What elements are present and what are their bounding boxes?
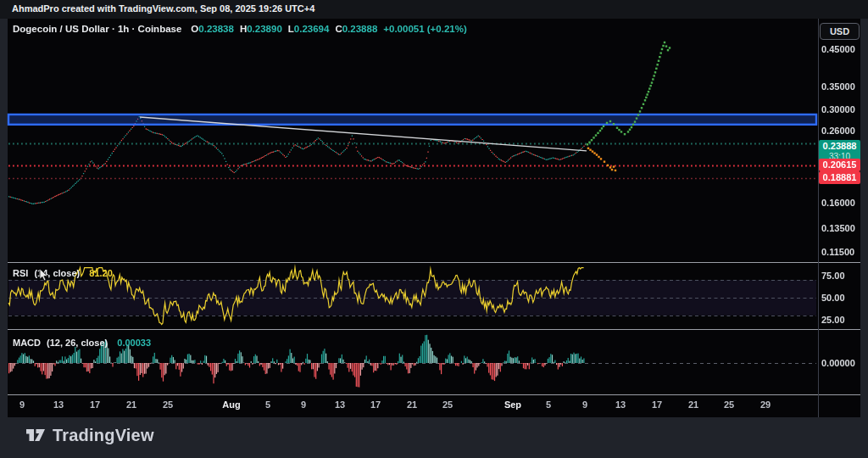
close-value: 0.23888 (342, 24, 378, 34)
open-label: O (191, 24, 198, 34)
axis-label: 0.30000 (821, 104, 855, 114)
close-label: C (335, 24, 342, 34)
axis-label: 75.00 (821, 271, 845, 281)
axis-label: 0.16000 (821, 198, 855, 208)
time-axis-label: 21 (688, 399, 698, 410)
rsi-title[interactable]: RSI (13, 268, 28, 278)
time-axis-label: 13 (53, 399, 64, 410)
macd-params: (12, 26, close) (47, 338, 108, 348)
support-price-badge-2: 0.18881 (819, 171, 860, 184)
support-price-badge-1: 0.20615 (819, 159, 860, 171)
open-value: 0.23838 (198, 24, 234, 34)
symbol-title[interactable]: Dogecoin / US Dollar · 1h · Coinbase (13, 24, 181, 34)
time-axis-label: 21 (126, 399, 136, 410)
current-price-value: 0.23888 (819, 140, 860, 152)
low-label: L (288, 24, 294, 34)
change-value: +0.00051 (+0.21%) (383, 24, 466, 34)
time-axis-label: 5 (546, 399, 551, 410)
watermark-attribution-text: AhmadPro created with TradingView.com, S… (12, 3, 314, 14)
time-axis-label: 13 (335, 399, 345, 410)
time-axis-label: 29 (760, 399, 771, 410)
time-axis-label: 9 (301, 399, 306, 410)
time-axis-label: 13 (615, 399, 626, 410)
time-axis-label: 25 (163, 399, 173, 410)
tradingview-chart-window: AhmadPro created with TradingView.com, S… (0, 0, 868, 458)
axis-label: 0.35000 (821, 81, 855, 92)
rsi-value: 81.20 (89, 268, 113, 278)
time-axis-label: 21 (407, 399, 417, 410)
axis-label: 0.13500 (821, 223, 855, 233)
price-chart-canvas[interactable] (0, 0, 868, 458)
time-axis-label: 25 (442, 399, 453, 410)
time-axis-label: 17 (652, 399, 662, 410)
time-axis-month-label: Aug (222, 399, 240, 410)
low-value: 0.23694 (294, 24, 330, 34)
time-axis-label: 5 (265, 399, 270, 410)
macd-title[interactable]: MACD (13, 338, 41, 348)
time-axis-label: 9 (582, 399, 587, 410)
macd-legend-row[interactable]: MACD (12, 26, close) 0.00033 (13, 338, 151, 348)
axis-label: 50.00 (821, 293, 845, 303)
axis-label: 0.26000 (821, 126, 855, 136)
tradingview-logo[interactable]: TradingView (25, 426, 154, 445)
mouse-cursor-icon (39, 269, 48, 282)
axis-label: 25.00 (821, 315, 845, 325)
currency-usd-button[interactable]: USD (820, 23, 860, 40)
time-axis-label: 9 (19, 399, 25, 410)
high-label: H (240, 24, 247, 34)
window-title-bar: AhmadPro created with TradingView.com, S… (0, 0, 868, 19)
tradingview-logo-text: TradingView (53, 426, 154, 445)
rsi-legend-row[interactable]: RSI (14, close) 81.20 (13, 268, 113, 278)
time-axis[interactable]: 913172125Aug5913172125Sep591317212529 (0, 399, 868, 416)
time-axis-label: 17 (370, 399, 381, 410)
axis-label: 0.00000 (821, 358, 855, 368)
symbol-legend-row[interactable]: Dogecoin / US Dollar · 1h · CoinbaseO0.2… (13, 24, 467, 34)
macd-value: 0.00033 (117, 338, 151, 348)
time-axis-label: 25 (724, 399, 734, 410)
axis-label: 0.45000 (821, 44, 855, 54)
time-axis-month-label: Sep (504, 399, 521, 410)
tradingview-logo-icon (25, 427, 46, 445)
time-axis-label: 17 (90, 399, 100, 410)
high-value: 0.23890 (247, 24, 282, 34)
axis-label: 0.11500 (821, 247, 854, 257)
